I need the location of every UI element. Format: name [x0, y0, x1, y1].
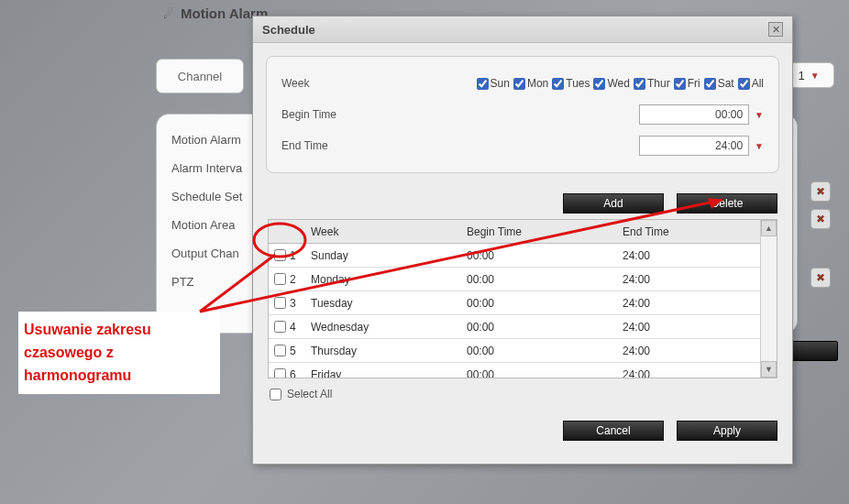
begin-time-row: Begin Time ▼ — [281, 99, 764, 130]
tool-icon[interactable]: ✖ — [810, 209, 831, 229]
cell-week: Sunday — [311, 249, 467, 262]
channel-label-box: Channel — [156, 59, 244, 93]
cell-week: Tuesday — [311, 297, 467, 310]
cell-end: 24:00 — [623, 321, 760, 334]
end-time-row: End Time ▼ — [281, 130, 764, 161]
table-row[interactable]: 2Monday00:0024:00 — [269, 268, 760, 291]
weekday-checkbox[interactable] — [477, 78, 489, 90]
weekday-checkbox[interactable] — [593, 78, 605, 90]
row-checkbox[interactable] — [274, 321, 286, 333]
weekday-checkbox[interactable] — [704, 78, 716, 90]
row-number: 6 — [290, 368, 296, 378]
weekday-check-thur[interactable]: Thur — [634, 77, 670, 90]
weekday-label: Sat — [718, 77, 734, 90]
weekday-label: Sun — [491, 77, 510, 90]
chevron-down-icon: ▼ — [810, 71, 820, 81]
week-row: Week SunMonTuesWedThurFriSatAll — [281, 68, 764, 99]
weekday-check-all[interactable]: All — [738, 77, 764, 90]
tool-icon[interactable]: ✖ — [810, 181, 831, 202]
row-checkbox[interactable] — [274, 273, 286, 285]
table-row[interactable]: 3Tuesday00:0024:00 — [269, 291, 760, 315]
select-all-row: Select All — [253, 378, 792, 410]
weekday-checkbox[interactable] — [552, 78, 564, 90]
row-checkbox[interactable] — [274, 249, 286, 261]
table-row[interactable]: 6Friday00:0024:00 — [269, 363, 760, 378]
col-header-week: Week — [311, 225, 467, 238]
weekday-check-tues[interactable]: Tues — [552, 77, 590, 90]
add-delete-row: Add Delete — [253, 186, 792, 214]
schedule-table: Week Begin Time End Time 1Sunday00:0024:… — [268, 219, 777, 378]
chevron-down-icon[interactable]: ▼ — [755, 141, 764, 151]
col-header-begin: Begin Time — [467, 225, 623, 238]
cell-end: 24:00 — [623, 368, 760, 378]
weekday-check-fri[interactable]: Fri — [674, 77, 700, 90]
row-number: 3 — [290, 297, 296, 310]
row-checkbox[interactable] — [274, 368, 286, 378]
scroll-track[interactable] — [761, 236, 777, 361]
cell-begin: 00:00 — [467, 321, 623, 334]
cell-end: 24:00 — [623, 297, 760, 310]
apply-button[interactable]: Apply — [677, 421, 777, 441]
add-button[interactable]: Add — [563, 193, 664, 214]
select-all-label: Select All — [287, 388, 332, 400]
cell-begin: 00:00 — [467, 368, 623, 378]
dialog-footer: Cancel Apply — [253, 410, 792, 452]
select-all-checkbox[interactable] — [270, 389, 281, 400]
weekday-label: Thur — [647, 77, 670, 90]
table-header-row: Week Begin Time End Time — [269, 220, 760, 244]
row-checkbox[interactable] — [274, 345, 286, 356]
schedule-dialog: Schedule ✕ Week SunMonTuesWedThurFriSatA… — [252, 16, 793, 465]
begin-time-label: Begin Time — [281, 108, 364, 121]
begin-time-input[interactable] — [639, 104, 749, 125]
week-label: Week — [281, 77, 364, 90]
cell-begin: 00:00 — [467, 297, 623, 310]
row-checkbox[interactable] — [274, 297, 286, 309]
tool-icon[interactable]: ✖ — [810, 268, 831, 288]
row-number: 5 — [290, 345, 296, 357]
weekday-check-wed[interactable]: Wed — [593, 77, 629, 90]
dialog-title: Schedule — [262, 23, 315, 37]
chevron-down-icon[interactable]: ▼ — [755, 110, 764, 120]
cell-end: 24:00 — [623, 345, 760, 357]
table-row[interactable]: 5Thursday00:0024:00 — [269, 339, 760, 363]
end-time-input[interactable] — [639, 136, 749, 156]
row-number: 4 — [290, 321, 296, 334]
scroll-up-arrow[interactable]: ▲ — [761, 220, 777, 236]
annotation-callout: Usuwanie zakresu czasowego z harmonogram… — [18, 312, 220, 394]
end-time-label: End Time — [281, 139, 364, 152]
weekday-label: Fri — [688, 77, 700, 90]
weekday-checkbox[interactable] — [634, 78, 645, 90]
weekday-checkbox[interactable] — [513, 78, 525, 90]
cell-week: Thursday — [311, 345, 467, 357]
channel-value: 1 — [798, 69, 804, 82]
cancel-button[interactable]: Cancel — [563, 421, 664, 441]
schedule-form-panel: Week SunMonTuesWedThurFriSatAll Begin Ti… — [266, 56, 779, 173]
scroll-down-arrow[interactable]: ▼ — [761, 361, 777, 378]
cell-week: Wednesday — [311, 321, 467, 334]
delete-button[interactable]: Delete — [677, 193, 777, 214]
weekday-label: All — [752, 77, 764, 90]
close-icon: ✕ — [772, 24, 780, 36]
weekday-label: Tues — [566, 77, 590, 90]
weekday-label: Mon — [527, 77, 548, 90]
cell-begin: 00:00 — [467, 249, 623, 262]
weekday-checkbox[interactable] — [738, 78, 750, 90]
cell-week: Friday — [311, 368, 467, 378]
table-row[interactable]: 4Wednesday00:0024:00 — [269, 315, 760, 339]
weekday-check-sun[interactable]: Sun — [477, 77, 510, 90]
cell-end: 24:00 — [623, 249, 760, 262]
weekday-checkbox[interactable] — [674, 78, 686, 90]
cell-begin: 00:00 — [467, 273, 623, 286]
week-checkbox-group: SunMonTuesWedThurFriSatAll — [364, 77, 764, 90]
dialog-titlebar: Schedule ✕ — [253, 16, 792, 43]
row-number: 1 — [290, 249, 296, 262]
cell-end: 24:00 — [623, 273, 760, 286]
weekday-check-mon[interactable]: Mon — [513, 77, 548, 90]
motion-alarm-icon: ☄ — [163, 6, 175, 21]
col-header-end: End Time — [623, 225, 760, 238]
close-button[interactable]: ✕ — [768, 22, 783, 37]
table-row[interactable]: 1Sunday00:0024:00 — [269, 244, 760, 268]
vertical-scrollbar[interactable]: ▲ ▼ — [760, 220, 777, 378]
weekday-check-sat[interactable]: Sat — [704, 77, 734, 90]
cell-week: Monday — [311, 273, 467, 286]
